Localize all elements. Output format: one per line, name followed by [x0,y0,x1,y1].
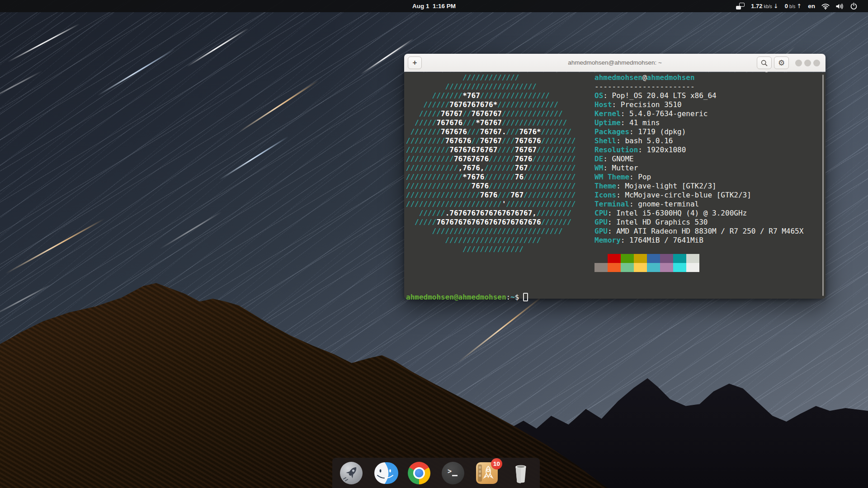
update-count-badge: 10 [491,458,502,469]
window-minimize-button[interactable] [795,60,802,66]
power-icon[interactable] [850,3,857,9]
wifi-icon[interactable] [821,3,830,9]
shell-prompt: ahmedmohsen@ahmedmohsen:~$ [406,293,528,302]
ascii-art: ///////////// ///////////////////// ////… [406,73,576,254]
terminal-cursor [523,293,528,301]
menu-gear-button[interactable]: ⚙ [774,56,789,69]
volume-icon[interactable] [836,3,844,9]
terminal-content: ///////////// ///////////////////// ////… [404,72,826,299]
window-close-button[interactable] [813,60,820,66]
network-download-indicator[interactable]: 1.72 kb/s ↓ [751,3,778,9]
dock: > 10 [332,458,540,488]
neofetch-info: ahmedmohsen@ahmedmohsen-----------------… [594,73,803,272]
dock-item-trash[interactable] [509,462,532,484]
terminal-app-icon: > [442,462,464,484]
chrome-icon [408,462,430,484]
dock-item-launcher[interactable] [340,462,363,484]
trash-icon [509,462,532,484]
top-bar: Aug 1 1:16 PM 1.72 kb/s ↓ 0 b/s ↑ en [0,0,868,12]
window-maximize-button[interactable] [804,60,811,66]
terminal-scrollbar[interactable] [822,75,824,296]
search-button[interactable] [757,56,772,69]
clock[interactable]: Aug 1 1:16 PM [412,0,456,12]
upload-arrow-icon: ↑ [797,3,802,9]
download-arrow-icon: ↓ [774,3,778,9]
files-finder-icon [374,462,396,484]
prompt-path: ~ [510,293,515,301]
terminal-titlebar[interactable]: + ahmedmohsen@ahmedmohsen: ~ ⚙ [404,54,826,72]
screen-share-icon[interactable] [736,3,745,9]
dock-item-terminal[interactable]: > [442,462,464,484]
dock-item-pop-shop[interactable]: 10 [476,462,498,484]
network-upload-indicator[interactable]: 0 b/s ↑ [785,3,802,9]
prompt-user-host: ahmedmohsen@ahmedmohsen [406,293,506,301]
terminal-window: + ahmedmohsen@ahmedmohsen: ~ ⚙ /////////… [404,54,826,299]
launcher-rocket-icon [340,462,363,484]
dock-item-chrome[interactable] [408,462,430,484]
dock-item-files[interactable] [374,462,396,484]
search-icon [761,60,768,66]
system-tray: 1.72 kb/s ↓ 0 b/s ↑ en [736,0,868,12]
keyboard-layout-indicator[interactable]: en [808,3,815,9]
